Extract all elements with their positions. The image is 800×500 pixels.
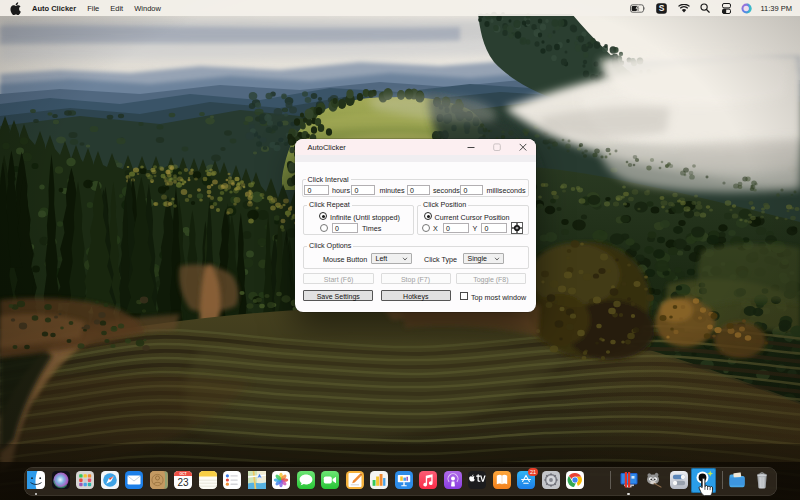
svg-text:S: S: [659, 3, 665, 13]
